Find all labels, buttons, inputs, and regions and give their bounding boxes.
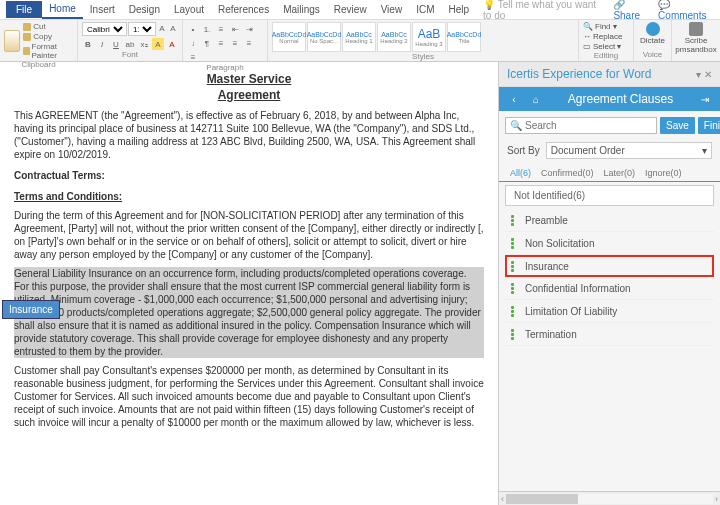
insurance-tag[interactable]: Insurance bbox=[2, 300, 60, 319]
search-box[interactable]: 🔍 bbox=[505, 117, 657, 134]
subscript-button[interactable]: x₂ bbox=[138, 38, 150, 50]
filter-tab-ignore0[interactable]: Ignore(0) bbox=[640, 165, 687, 181]
align-center[interactable]: ≡ bbox=[229, 37, 241, 49]
mic-icon bbox=[646, 22, 660, 36]
dictate-button[interactable]: Dictate bbox=[638, 22, 667, 45]
style-heading-2[interactable]: AaBbCcHeading 2 bbox=[377, 22, 411, 52]
multilevel-button[interactable]: ≡ bbox=[215, 23, 227, 35]
indent-button[interactable]: ⇥ bbox=[243, 23, 255, 35]
align-right[interactable]: ≡ bbox=[243, 37, 255, 49]
tab-icm[interactable]: ICM bbox=[409, 1, 441, 18]
pane-nav: ‹ ⌂ Agreement Clauses ⇥ bbox=[499, 87, 720, 111]
document-area[interactable]: Master Service Agreement This AGREEMENT … bbox=[0, 62, 498, 505]
search-input[interactable] bbox=[525, 120, 652, 131]
cut-button[interactable]: Cut bbox=[23, 22, 73, 31]
subgroup-header[interactable]: Not Identified(6) bbox=[505, 185, 714, 206]
clause-limitation-of-liability[interactable]: Limitation Of Liability bbox=[505, 300, 714, 323]
style-no-spac-[interactable]: AaBbCcDdNo Spac... bbox=[307, 22, 341, 52]
nav-back-icon[interactable]: ‹ bbox=[507, 93, 521, 105]
scroll-left-icon[interactable]: ‹ bbox=[501, 494, 504, 504]
voice-label: Voice bbox=[638, 50, 667, 59]
bullets-button[interactable]: • bbox=[187, 23, 199, 35]
style-normal[interactable]: AaBbCcDdNormal bbox=[272, 22, 306, 52]
drag-handle-icon[interactable] bbox=[511, 237, 519, 249]
sortby-label: Sort By bbox=[507, 145, 540, 156]
tab-design[interactable]: Design bbox=[122, 1, 167, 18]
scribe-button[interactable]: Scribe pmsandbox bbox=[676, 22, 716, 54]
tab-review[interactable]: Review bbox=[327, 1, 374, 18]
finish-button[interactable]: Finish bbox=[698, 117, 720, 134]
tab-references[interactable]: References bbox=[211, 1, 276, 18]
filter-tab-later0[interactable]: Later(0) bbox=[599, 165, 641, 181]
style-heading-3[interactable]: AaBHeading 3 bbox=[412, 22, 446, 52]
clause-preamble[interactable]: Preamble bbox=[505, 209, 714, 232]
drag-handle-icon[interactable] bbox=[511, 214, 519, 226]
drag-handle-icon[interactable] bbox=[511, 282, 519, 294]
drag-handle-icon[interactable] bbox=[511, 260, 519, 272]
comments-button[interactable]: 💬 Comments bbox=[658, 0, 714, 21]
bold-button[interactable]: B bbox=[82, 38, 94, 50]
tab-insert[interactable]: Insert bbox=[83, 1, 122, 18]
nav-home-icon[interactable]: ⌂ bbox=[529, 93, 543, 105]
replace-button[interactable]: ↔Replace bbox=[583, 32, 629, 41]
tab-mailings[interactable]: Mailings bbox=[276, 1, 327, 18]
tab-file[interactable]: File bbox=[6, 1, 42, 18]
sort-button[interactable]: ↓ bbox=[187, 37, 199, 49]
pane-brand: Icertis Experience for Word bbox=[507, 67, 652, 81]
font-color-button[interactable]: A bbox=[166, 38, 178, 50]
save-button[interactable]: Save bbox=[660, 117, 695, 134]
drag-handle-icon[interactable] bbox=[511, 328, 519, 340]
shrink-font[interactable]: A bbox=[168, 22, 178, 34]
heading-terms: Terms and Conditions: bbox=[14, 190, 484, 203]
scribe-icon bbox=[689, 22, 703, 36]
paste-icon[interactable] bbox=[4, 30, 20, 52]
doc-payment: Customer shall pay Consultant's expenses… bbox=[14, 364, 484, 429]
copy-button[interactable]: Copy bbox=[23, 32, 73, 41]
clause-confidential-information[interactable]: Confidential Information bbox=[505, 277, 714, 300]
dedent-button[interactable]: ⇤ bbox=[229, 23, 241, 35]
ribbon: Cut Copy Format Painter Clipboard Calibr… bbox=[0, 20, 720, 62]
font-family-select[interactable]: Calibri bbox=[82, 22, 127, 36]
tab-layout[interactable]: Layout bbox=[167, 1, 211, 18]
select-button[interactable]: ▭Select ▾ bbox=[583, 42, 629, 51]
find-button[interactable]: 🔍Find ▾ bbox=[583, 22, 629, 31]
scroll-thumb[interactable] bbox=[506, 494, 578, 504]
style-gallery[interactable]: AaBbCcDdNormalAaBbCcDdNo Spac...AaBbCcHe… bbox=[272, 22, 574, 52]
grow-font[interactable]: A bbox=[157, 22, 167, 34]
marks-button[interactable]: ¶ bbox=[201, 37, 213, 49]
share-button[interactable]: 🔗 Share bbox=[613, 0, 650, 21]
tab-home[interactable]: Home bbox=[42, 0, 83, 19]
italic-button[interactable]: I bbox=[96, 38, 108, 50]
editing-label: Editing bbox=[583, 51, 629, 60]
style-heading-1[interactable]: AaBbCcHeading 1 bbox=[342, 22, 376, 52]
filter-tab-confirmed0[interactable]: Confirmed(0) bbox=[536, 165, 599, 181]
clause-non-solicitation[interactable]: Non Solicitation bbox=[505, 232, 714, 255]
tab-help[interactable]: Help bbox=[441, 1, 476, 18]
heading-contractual: Contractual Terms: bbox=[14, 169, 484, 182]
clause-insurance[interactable]: Insurance bbox=[505, 255, 714, 277]
numbering-button[interactable]: 1. bbox=[201, 23, 213, 35]
scroll-right-icon[interactable]: › bbox=[715, 494, 718, 504]
format-painter-button[interactable]: Format Painter bbox=[23, 42, 73, 60]
ribbon-tabs: File Home Insert Design Layout Reference… bbox=[0, 0, 720, 20]
font-size-select[interactable]: 11 bbox=[128, 22, 156, 36]
pane-menu-icon[interactable]: ▾ ✕ bbox=[696, 69, 712, 80]
styles-label: Styles bbox=[272, 52, 574, 61]
tab-view[interactable]: View bbox=[374, 1, 410, 18]
doc-insurance-highlight: General Liability Insurance on an occurr… bbox=[14, 267, 484, 358]
filter-tab-all6[interactable]: All(6) bbox=[505, 165, 536, 181]
highlight-button[interactable]: A bbox=[152, 38, 164, 50]
underline-button[interactable]: U bbox=[110, 38, 122, 50]
clause-termination[interactable]: Termination bbox=[505, 323, 714, 346]
sort-select[interactable]: Document Order▾ bbox=[546, 142, 712, 159]
strike-button[interactable]: ab bbox=[124, 38, 136, 50]
addin-pane: Icertis Experience for Word ▾ ✕ ‹ ⌂ Agre… bbox=[498, 62, 720, 505]
style-title[interactable]: AaBbCcDdTitle bbox=[447, 22, 481, 52]
horizontal-scrollbar[interactable]: ‹ › bbox=[499, 491, 720, 505]
doc-title-1: Master Service bbox=[14, 72, 484, 88]
filter-tabs: All(6)Confirmed(0)Later(0)Ignore(0) bbox=[499, 165, 720, 182]
nav-expand-icon[interactable]: ⇥ bbox=[698, 93, 712, 105]
doc-nonsolicit: During the term of this Agreement and fo… bbox=[14, 209, 484, 261]
align-left[interactable]: ≡ bbox=[215, 37, 227, 49]
drag-handle-icon[interactable] bbox=[511, 305, 519, 317]
